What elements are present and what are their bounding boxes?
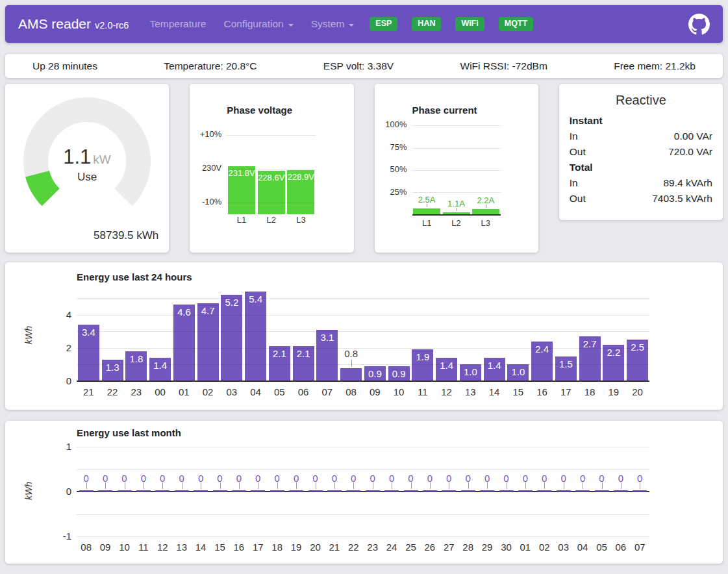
- gridline: [77, 331, 649, 332]
- bar-value-label: 1.1A: [442, 199, 471, 208]
- bar[interactable]: [213, 490, 227, 492]
- x-tick-label: 06: [292, 386, 316, 397]
- reactive-row-value: 89.4 kVArh: [663, 175, 712, 191]
- esp-volt-text: ESP volt: 3.38V: [323, 60, 394, 72]
- energy-day-card: Energy use last 24 hours kWh 3.4211.3221…: [5, 262, 723, 410]
- x-tick-label: 02: [196, 386, 220, 397]
- label-callout-line: [239, 482, 240, 489]
- bar[interactable]: [423, 490, 437, 492]
- bar[interactable]: [480, 490, 494, 492]
- energy-month-chart: 0080090100110120130140150160170180190200…: [5, 421, 723, 564]
- gridline: [77, 536, 649, 537]
- energy-month-card: Energy use last month kWh 00800901001101…: [5, 421, 723, 564]
- bar[interactable]: [98, 490, 112, 492]
- reactive-row: Out 7403.5 kVArh: [570, 191, 712, 206]
- x-tick-label: 29: [477, 542, 496, 553]
- bar[interactable]: [289, 490, 303, 492]
- bar-value-label: 5.4: [245, 293, 266, 305]
- bar[interactable]: [499, 490, 514, 492]
- label-callout-line: [182, 482, 182, 489]
- x-tick-label: 04: [244, 386, 268, 397]
- reactive-title: Reactive: [559, 93, 723, 108]
- bar[interactable]: [79, 490, 94, 492]
- bar[interactable]: [340, 368, 362, 381]
- bar[interactable]: [175, 490, 189, 492]
- bar[interactable]: [118, 490, 132, 492]
- x-tick-label: L2: [257, 215, 286, 225]
- status-badge-esp: ESP: [370, 17, 397, 31]
- x-tick-label: 19: [602, 386, 626, 397]
- bar[interactable]: [346, 490, 360, 492]
- bar[interactable]: [633, 490, 647, 492]
- bar[interactable]: [575, 490, 590, 492]
- bar[interactable]: [614, 490, 628, 492]
- label-callout-line: [564, 482, 564, 489]
- y-tick-label: 1: [36, 441, 71, 452]
- x-tick-label: 02: [535, 542, 554, 553]
- label-callout-line: [602, 482, 603, 489]
- bar[interactable]: [366, 490, 380, 492]
- label-callout-line: [277, 482, 278, 489]
- bar[interactable]: [327, 490, 342, 492]
- bar[interactable]: [518, 490, 533, 492]
- bar-value-label: 4.6: [173, 306, 195, 318]
- bar[interactable]: [245, 292, 266, 381]
- x-tick-label: 22: [101, 386, 125, 397]
- bar-value-label: 1.5: [555, 358, 577, 369]
- bar[interactable]: [308, 490, 323, 492]
- bar[interactable]: [442, 490, 456, 492]
- x-tick-label: 16: [530, 386, 554, 397]
- bar-value-label: 2.5A: [412, 195, 442, 205]
- bar[interactable]: [557, 490, 571, 492]
- x-tick-label: 24: [382, 542, 401, 553]
- label-callout-line: [220, 482, 221, 489]
- label-callout-line: [144, 482, 144, 489]
- bar-value-label: 1.8: [125, 353, 147, 364]
- bar[interactable]: [595, 490, 609, 492]
- x-tick-label: L2: [442, 218, 471, 228]
- reactive-row-value: 7403.5 kVArh: [652, 191, 712, 206]
- x-tick-label: 16: [229, 542, 248, 553]
- x-tick-label: 03: [220, 386, 244, 397]
- y-tick-label: 25%: [372, 187, 407, 197]
- x-tick-label: 10: [115, 542, 134, 553]
- bar[interactable]: [251, 490, 265, 492]
- bar-value-label: 1.4: [484, 360, 505, 371]
- bar[interactable]: [537, 490, 551, 492]
- bar[interactable]: [384, 490, 399, 492]
- bar[interactable]: [136, 490, 151, 492]
- x-tick-label: 22: [344, 542, 363, 553]
- bar-value-label: 5.2: [221, 297, 242, 308]
- reactive-row-label: Out: [570, 144, 586, 160]
- nav-item-system[interactable]: System: [311, 18, 355, 30]
- label-callout-line: [201, 482, 201, 489]
- github-link[interactable]: [688, 14, 710, 35]
- bar-value-label: 2.5: [627, 342, 648, 353]
- bar[interactable]: [194, 490, 208, 492]
- y-tick-label: 230V: [186, 163, 221, 173]
- x-tick-label: L3: [471, 218, 500, 228]
- bar[interactable]: [461, 490, 475, 492]
- label-callout-line: [487, 482, 488, 489]
- nav-item-configuration[interactable]: Configuration: [223, 18, 293, 30]
- x-tick-label: 01: [516, 542, 534, 553]
- x-tick-label: L1: [227, 215, 257, 225]
- bar[interactable]: [404, 490, 418, 492]
- gauge-label: Use: [22, 171, 152, 184]
- label-callout-line: [105, 482, 106, 489]
- bar-value-label: 228.9V: [287, 172, 314, 182]
- chevron-down-icon: [288, 24, 294, 29]
- bar[interactable]: [155, 490, 169, 492]
- main-nav: Temperature Configuration System: [149, 18, 354, 30]
- phase-voltage-card: Phase voltage 231.8VL1228.6VL2228.9VL3+1…: [190, 84, 353, 253]
- x-tick-label: 01: [172, 386, 196, 397]
- nav-item-temperature[interactable]: Temperature: [149, 18, 206, 30]
- energy-total: 58739.5 kWh: [94, 229, 158, 242]
- gridline: [77, 348, 649, 349]
- x-tick-label: 14: [191, 542, 210, 553]
- y-tick-label: -1: [36, 530, 71, 542]
- app-brand: AMS readerv2.0-rc6: [18, 16, 129, 32]
- bar[interactable]: [232, 490, 246, 492]
- y-tick-label: 2: [36, 342, 71, 353]
- bar[interactable]: [270, 490, 284, 492]
